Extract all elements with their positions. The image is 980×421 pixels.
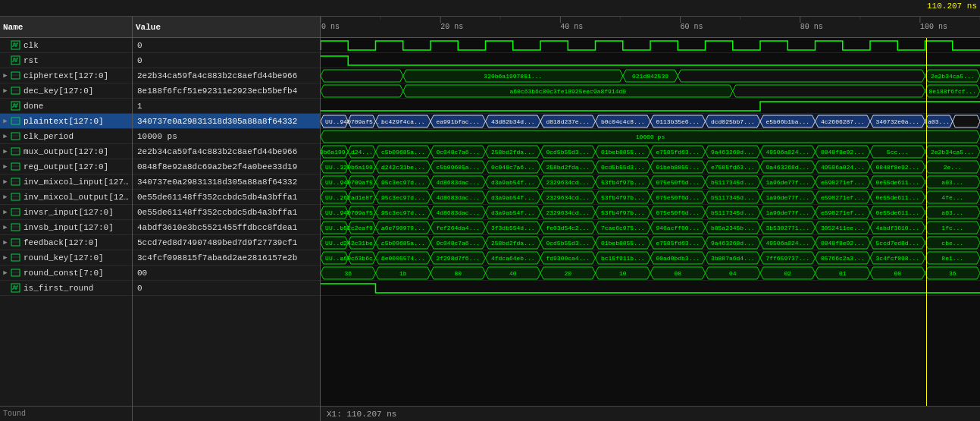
svg-text:04: 04 bbox=[729, 270, 737, 277]
svg-text:1a96de77f...: 1a96de77f... bbox=[766, 194, 809, 201]
signal-value-text-14: 3c4fcf098815f7aba6d2ae2816157e2b bbox=[134, 253, 300, 262]
signal-type-icon-4 bbox=[11, 101, 21, 112]
expand-icon-8[interactable]: ▶ bbox=[2, 163, 9, 171]
signal-value-row-16: 0 bbox=[133, 281, 320, 296]
svg-text:d3a9ab54f...: d3a9ab54f... bbox=[491, 209, 535, 216]
signal-name-row-4[interactable]: done bbox=[0, 99, 132, 114]
expand-icon-14[interactable]: ▶ bbox=[2, 254, 9, 262]
svg-text:075e50f6d...: 075e50f6d... bbox=[656, 179, 700, 186]
expand-icon-3[interactable]: ▶ bbox=[2, 87, 9, 95]
svg-text:95c3ec97d...: 95c3ec97d... bbox=[381, 194, 425, 201]
signal-value-row-9: 340737e0a29831318d305a88a8f64332 bbox=[133, 174, 320, 190]
svg-text:40: 40 bbox=[509, 270, 517, 277]
svg-text:36: 36 bbox=[344, 270, 352, 277]
expand-icon-7[interactable]: ▶ bbox=[2, 148, 9, 156]
waveform-rows: 320b6a1997851...021d8425392e2b34ca5...a6… bbox=[321, 38, 980, 406]
svg-text:05766c2a3...: 05766c2a3... bbox=[821, 255, 865, 262]
svg-text:c5b09685a...: c5b09685a... bbox=[381, 240, 425, 247]
svg-rect-7 bbox=[11, 118, 20, 124]
cursor-line bbox=[926, 38, 927, 406]
svg-text:d3a9ab54f...: d3a9ab54f... bbox=[491, 194, 535, 201]
svg-text:49506a024...: 49506a024... bbox=[766, 240, 809, 247]
expand-icon-13[interactable]: ▶ bbox=[2, 239, 9, 247]
signal-label-6: clk_period bbox=[23, 132, 74, 141]
signal-name-row-16[interactable]: is_first_round bbox=[0, 281, 132, 296]
svg-text:01: 01 bbox=[839, 270, 847, 277]
expand-icon-16[interactable] bbox=[2, 284, 9, 292]
svg-marker-82 bbox=[953, 115, 980, 127]
signal-name-row-10[interactable]: ▶ inv_mixcol_output[127:0] bbox=[0, 190, 132, 205]
svg-text:49506a024...: 49506a024... bbox=[766, 149, 809, 156]
signal-label-1: rst bbox=[23, 56, 39, 65]
signal-name-row-11[interactable]: ▶ invsr_input[127:0] bbox=[0, 205, 132, 220]
expand-icon-2[interactable]: ▶ bbox=[2, 72, 9, 80]
expand-icon-10[interactable]: ▶ bbox=[2, 193, 9, 201]
time-40ns: 40 ns bbox=[560, 23, 583, 31]
signal-value-row-4: 1 bbox=[133, 99, 320, 114]
signal-name-row-3[interactable]: ▶ dec_key[127:0] bbox=[0, 83, 132, 99]
svg-text:bc429f4ca...: bc429f4ca... bbox=[381, 118, 425, 125]
signal-type-icon-2 bbox=[11, 71, 21, 81]
signal-name-row-5[interactable]: ▶ plaintext[127:0] bbox=[0, 114, 132, 129]
svg-rect-2 bbox=[11, 72, 20, 79]
svg-text:b0c04c4c8...: b0c04c4c8... bbox=[601, 118, 645, 125]
signal-type-icon-7 bbox=[11, 146, 21, 157]
signal-name-row-14[interactable]: ▶ round_key[127:0] bbox=[0, 250, 132, 265]
expand-icon-6[interactable]: ▶ bbox=[2, 133, 9, 140]
svg-text:cbe...: cbe... bbox=[941, 240, 963, 247]
svg-text:36: 36 bbox=[949, 270, 957, 277]
signal-value-text-16: 0 bbox=[134, 284, 146, 293]
name-panel: Name clk rst▶ ciphertext[127:0]▶ dec_key… bbox=[0, 17, 133, 421]
waveform-row-16 bbox=[321, 281, 980, 296]
svg-text:a6e790979...: a6e790979... bbox=[381, 225, 425, 231]
signal-label-15: round_const[7:0] bbox=[23, 269, 104, 278]
signal-name-row-1[interactable]: rst bbox=[0, 53, 132, 68]
svg-text:01beb8855...: 01beb8855... bbox=[601, 149, 645, 156]
signal-name-row-13[interactable]: ▶ feedback[127:0] bbox=[0, 235, 132, 250]
signal-name-row-6[interactable]: ▶ clk_period bbox=[0, 129, 132, 144]
waveform-row-15: 361b80402010080402010036 bbox=[321, 265, 980, 281]
svg-text:b5117345d...: b5117345d... bbox=[711, 179, 755, 186]
svg-text:0cd5b55d3...: 0cd5b55d3... bbox=[546, 240, 590, 247]
signal-type-icon-1 bbox=[11, 55, 21, 66]
svg-text:e598271ef...: e598271ef... bbox=[821, 194, 865, 201]
expand-icon-15[interactable]: ▶ bbox=[2, 269, 9, 277]
signal-name-row-8[interactable]: ▶ reg_output[127:0] bbox=[0, 159, 132, 174]
top-bar: 110.207 ns bbox=[0, 0, 980, 17]
signal-name-row-2[interactable]: ▶ ciphertext[127:0] bbox=[0, 68, 132, 83]
svg-text:53fb4f97b...: 53fb4f97b... bbox=[601, 194, 645, 201]
svg-text:0c048c7a6...: 0c048c7a6... bbox=[436, 149, 480, 156]
expand-icon-11[interactable]: ▶ bbox=[2, 209, 9, 216]
signal-name-row-0[interactable]: clk bbox=[0, 38, 132, 53]
svg-text:021d842539: 021d842539 bbox=[632, 73, 668, 80]
svg-text:7cae6c975...: 7cae6c975... bbox=[601, 225, 645, 231]
time-60ns: 60 ns bbox=[681, 23, 703, 31]
expand-icon-9[interactable]: ▶ bbox=[2, 178, 9, 186]
expand-icon-4[interactable] bbox=[2, 102, 9, 110]
svg-text:e7585fd63...: e7585fd63... bbox=[656, 240, 700, 247]
expand-icon-0[interactable] bbox=[2, 42, 9, 49]
signal-value-text-15: 00 bbox=[134, 269, 150, 278]
svg-text:3b887a6d4...: 3b887a6d4... bbox=[711, 255, 755, 262]
time-0ns: 0 ns bbox=[321, 23, 340, 31]
svg-text:bc15f911b...: bc15f911b... bbox=[601, 255, 645, 262]
svg-text:fd9300ca4...: fd9300ca4... bbox=[546, 255, 590, 262]
signal-name-row-9[interactable]: ▶ inv_mixcol_input[127:0] bbox=[0, 174, 132, 190]
signal-name-row-15[interactable]: ▶ round_const[7:0] bbox=[0, 265, 132, 281]
signal-name-row-12[interactable]: ▶ invsb_input[127:0] bbox=[0, 220, 132, 235]
expand-icon-5[interactable]: ▶ bbox=[2, 118, 9, 125]
expand-icon-12[interactable]: ▶ bbox=[2, 224, 9, 231]
waveform-row-9: UU...940709af5...95c3ec97d...4d8683dac..… bbox=[321, 174, 980, 190]
signal-value-row-0: 0 bbox=[133, 38, 320, 53]
svg-text:2e...: 2e... bbox=[944, 164, 962, 171]
svg-text:01beb8855...: 01beb8855... bbox=[601, 240, 645, 247]
expand-icon-1[interactable] bbox=[2, 57, 9, 64]
svg-rect-17 bbox=[11, 193, 20, 200]
waveform-panel[interactable]: 0 ns 20 ns 40 ns 60 ns 80 ns 100 ns 320b… bbox=[321, 17, 980, 421]
svg-text:0c048c7a6...: 0c048c7a6... bbox=[491, 164, 535, 171]
value-panel: Value 002e2b34ca59fa4c883b2c8aefd44be966… bbox=[133, 17, 321, 421]
svg-text:01beb8855...: 01beb8855... bbox=[656, 164, 700, 171]
svg-text:95c3ec97d...: 95c3ec97d... bbox=[381, 179, 425, 186]
name-list[interactable]: clk rst▶ ciphertext[127:0]▶ dec_key[127:… bbox=[0, 38, 132, 406]
signal-name-row-7[interactable]: ▶ mux_output[127:0] bbox=[0, 144, 132, 159]
